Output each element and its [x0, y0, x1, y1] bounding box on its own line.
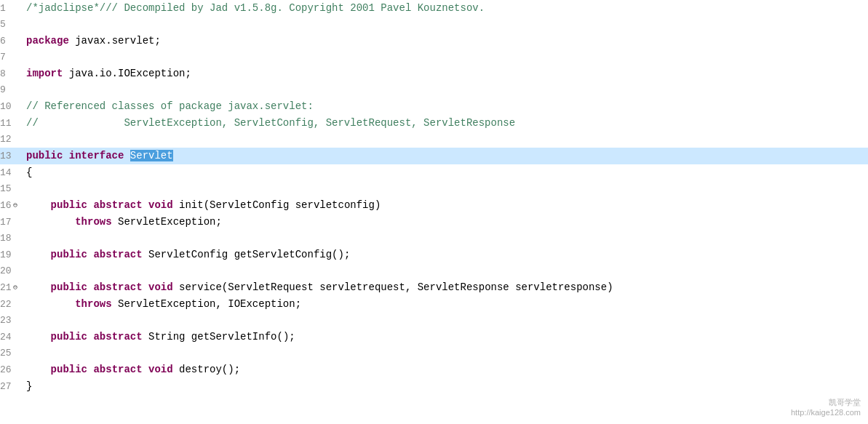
table-row: 8import java.io.IOException;: [0, 65, 868, 82]
code-token: package: [26, 35, 75, 47]
table-row: 18: [0, 231, 868, 247]
code-lines: 1/*jadclipse*/// Decompiled by Jad v1.5.…: [0, 0, 868, 395]
code-token: interface: [69, 150, 130, 161]
watermark-brand: 凯哥学堂: [791, 397, 861, 408]
table-row: 12: [0, 132, 868, 148]
line-content: {: [20, 164, 868, 180]
code-token: public: [26, 150, 69, 161]
code-token: {: [26, 167, 32, 178]
code-token: destroy();: [179, 364, 240, 375]
line-content: public abstract ServletConfig getServlet…: [20, 247, 868, 263]
code-token: import: [26, 68, 69, 79]
line-content: package javax.servlet;: [20, 33, 868, 49]
table-row: 14{: [0, 164, 868, 181]
code-token: Servlet: [130, 150, 173, 161]
code-token: ServletException, IOException;: [118, 298, 301, 310]
fold-icon[interactable]: ⊖: [13, 198, 17, 214]
code-token: void: [148, 281, 179, 293]
table-row: 23: [0, 313, 868, 329]
code-token: String getServletInfo();: [148, 331, 295, 343]
line-number: 1: [0, 1, 20, 17]
line-number: 25: [0, 345, 20, 361]
code-token: }: [26, 380, 32, 392]
line-number: 16⊖: [0, 198, 20, 214]
line-number: 18: [0, 231, 20, 247]
line-number: 23: [0, 313, 20, 329]
code-token: // ServletException, ServletConfig, Serv…: [26, 117, 515, 129]
code-token: abstract: [93, 281, 148, 293]
table-row: 16⊖ public abstract void init(ServletCon…: [0, 197, 868, 214]
table-row: 27}: [0, 378, 868, 395]
code-token: [26, 281, 51, 293]
line-content: public abstract void service(ServletRequ…: [20, 279, 868, 295]
line-number: 17: [0, 215, 20, 231]
line-content: /*jadclipse*/// Decompiled by Jad v1.5.8…: [20, 0, 868, 16]
code-token: // Referenced classes of package javax.s…: [26, 100, 314, 112]
line-content: import java.io.IOException;: [20, 65, 868, 81]
code-token: public: [51, 281, 94, 293]
line-number: 14: [0, 165, 20, 181]
line-content: throws ServletException;: [20, 214, 868, 230]
code-token: public: [51, 364, 94, 375]
line-number: 9: [0, 82, 20, 98]
line-content: // ServletException, ServletConfig, Serv…: [20, 115, 868, 131]
table-row: 19 public abstract ServletConfig getServ…: [0, 247, 868, 263]
line-number: 10: [0, 99, 20, 115]
line-number: 5: [0, 17, 20, 33]
line-number: 20: [0, 263, 20, 279]
line-number: 13: [0, 148, 20, 164]
table-row: 1/*jadclipse*/// Decompiled by Jad v1.5.…: [0, 0, 868, 17]
code-token: ServletConfig getServletConfig();: [148, 249, 350, 260]
code-token: void: [148, 364, 179, 375]
line-content: throws ServletException, IOException;: [20, 296, 868, 312]
line-number: 22: [0, 297, 20, 313]
line-number: 21⊖: [0, 280, 20, 296]
line-number: 7: [0, 49, 20, 65]
code-token: public: [51, 249, 94, 260]
code-token: init(ServletConfig servletconfig): [179, 199, 381, 211]
table-row: 17 throws ServletException;: [0, 214, 868, 231]
line-content: // Referenced classes of package javax.s…: [20, 98, 868, 114]
line-number: 24: [0, 329, 20, 345]
line-number: 6: [0, 33, 20, 49]
code-token: public: [51, 199, 94, 211]
line-number: 26: [0, 362, 20, 378]
line-number: 27: [0, 379, 20, 395]
table-row: 24 public abstract String getServletInfo…: [0, 329, 868, 345]
code-token: public: [51, 331, 94, 343]
table-row: 25: [0, 345, 868, 361]
code-token: throws: [26, 298, 118, 310]
table-row: 7: [0, 49, 868, 65]
line-content: public abstract String getServletInfo();: [20, 329, 868, 345]
fold-icon[interactable]: ⊖: [13, 280, 17, 296]
table-row: 5: [0, 17, 868, 33]
code-token: [26, 331, 51, 343]
code-token: service(ServletRequest servletrequest, S…: [179, 281, 613, 293]
table-row: 20: [0, 263, 868, 279]
line-content: }: [20, 378, 868, 394]
line-content: public abstract void init(ServletConfig …: [20, 197, 868, 213]
table-row: 6package javax.servlet;: [0, 33, 868, 49]
line-content: public abstract void destroy();: [20, 361, 868, 377]
code-token: [26, 249, 51, 260]
code-token: abstract: [93, 331, 148, 343]
table-row: 13public interface Servlet: [0, 148, 868, 164]
watermark: 凯哥学堂 http://kaige128.com: [791, 397, 861, 417]
code-token: javax.servlet;: [75, 35, 161, 47]
line-number: 15: [0, 181, 20, 197]
table-row: 26 public abstract void destroy();: [0, 361, 868, 378]
code-token: abstract: [93, 199, 148, 211]
code-token: throws: [26, 216, 118, 228]
code-token: [26, 199, 51, 211]
code-token: void: [148, 199, 179, 211]
table-row: 9: [0, 82, 868, 98]
line-content: public interface Servlet: [20, 148, 868, 164]
line-number: 11: [0, 116, 20, 132]
table-row: 15: [0, 181, 868, 197]
code-token: [26, 364, 51, 375]
code-token: abstract: [93, 249, 148, 260]
code-token: ServletException;: [118, 216, 222, 228]
table-row: 21⊖ public abstract void service(Servlet…: [0, 279, 868, 296]
line-number: 19: [0, 247, 20, 263]
code-token: /*jadclipse*/// Decompiled by Jad v1.5.8…: [26, 2, 485, 14]
